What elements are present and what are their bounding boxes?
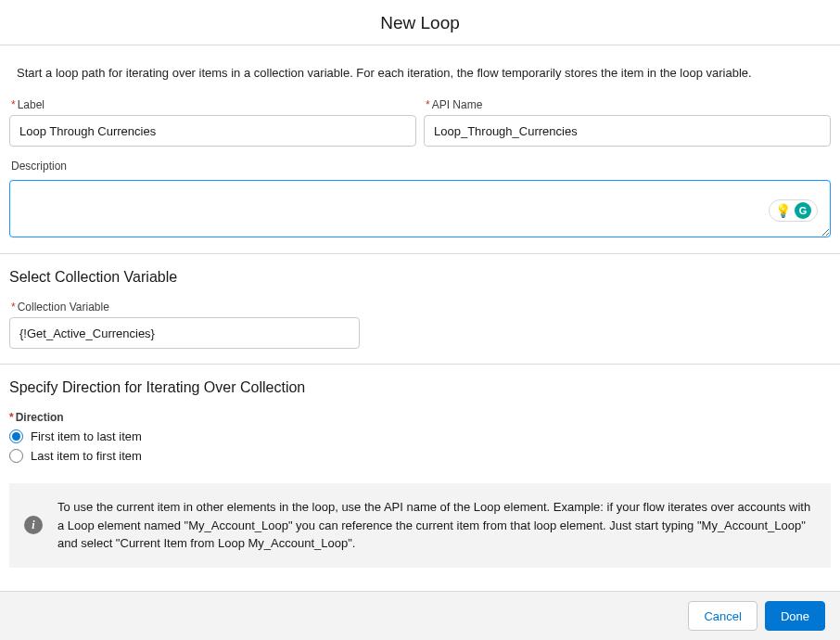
grammarly-icon: G (795, 202, 811, 219)
apiname-field-col: API Name (424, 98, 831, 147)
direction-radio-last[interactable]: Last item to first item (9, 449, 831, 463)
direction-field-label: Direction (9, 411, 831, 424)
label-field-col: Label (9, 98, 416, 147)
description-field-label: Description (9, 160, 831, 173)
direction-section-title: Specify Direction for Iterating Over Col… (9, 379, 831, 396)
collection-variable-input[interactable] (9, 317, 360, 349)
dialog-header: New Loop (0, 0, 840, 45)
apiname-input[interactable] (424, 115, 831, 147)
cancel-button[interactable]: Cancel (688, 601, 757, 631)
new-loop-dialog: New Loop Start a loop path for iterating… (0, 0, 840, 640)
direction-section: Specify Direction for Iterating Over Col… (0, 364, 840, 474)
done-button[interactable]: Done (765, 601, 825, 631)
info-box: i To use the current item in other eleme… (9, 483, 831, 568)
description-wrap: 💡 G (9, 180, 831, 240)
info-icon: i (24, 516, 43, 534)
direction-radio-first[interactable]: First item to last item (9, 429, 831, 443)
extension-badges: 💡 G (769, 199, 818, 222)
lightbulb-icon: 💡 (775, 203, 791, 218)
collection-field-label: Collection Variable (9, 301, 360, 314)
intro-text: Start a loop path for iterating over ite… (0, 45, 840, 98)
collection-field: Collection Variable (9, 301, 360, 349)
direction-radio-group: First item to last item Last item to fir… (9, 429, 831, 463)
info-text: To use the current item in other element… (57, 500, 810, 550)
direction-radio-last-input[interactable] (9, 449, 23, 463)
dialog-body: Start a loop path for iterating over ite… (0, 45, 840, 591)
dialog-footer: Cancel Done (0, 591, 840, 640)
collection-section-title: Select Collection Variable (9, 269, 831, 286)
description-input[interactable] (9, 180, 831, 237)
label-input[interactable] (9, 115, 416, 147)
description-row: Description 💡 G (0, 160, 840, 240)
dialog-title: New Loop (0, 13, 840, 33)
direction-radio-first-input[interactable] (9, 429, 23, 443)
apiname-field-label: API Name (424, 98, 831, 111)
label-apiname-row: Label API Name (0, 98, 840, 147)
direction-radio-last-label: Last item to first item (31, 449, 142, 463)
label-field-label: Label (9, 98, 416, 111)
collection-section: Select Collection Variable Collection Va… (0, 253, 840, 364)
direction-radio-first-label: First item to last item (31, 429, 142, 443)
